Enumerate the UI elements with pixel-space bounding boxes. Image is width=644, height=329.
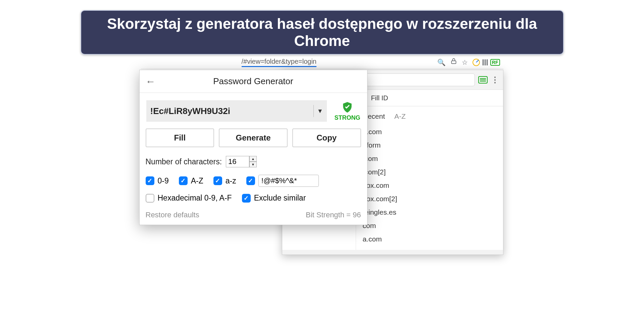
browser-toolbar: /#view=folder&type=login 🔍 ☆ RF: [141, 56, 503, 69]
list-item[interactable]: oform: [356, 139, 503, 152]
fill-button[interactable]: Fill: [146, 128, 214, 147]
roboform-extension-icon[interactable]: RF: [490, 59, 500, 66]
separator: [313, 105, 314, 117]
checkbox-checked-icon: ✓: [246, 176, 255, 185]
address-bar[interactable]: /#view=folder&type=login: [242, 58, 437, 67]
star-icon[interactable]: ☆: [462, 58, 468, 66]
list-item[interactable]: .com[2]: [356, 165, 503, 179]
checkbox-checked-icon: ✓: [146, 176, 154, 185]
generate-button[interactable]: Generate: [219, 128, 288, 147]
checkbox-checked-icon: ✓: [179, 176, 188, 185]
strength-label: STRONG: [334, 114, 360, 121]
checkbox-checked-icon: ✓: [213, 176, 222, 185]
compass-extension-icon[interactable]: [473, 59, 480, 66]
check-upper[interactable]: ✓ A-Z: [179, 176, 203, 185]
check-exclude-label: Exclude similar: [254, 194, 306, 203]
shield-check-icon: [341, 101, 354, 114]
list-item[interactable]: .com: [356, 152, 503, 165]
page-title: Password Generator: [213, 76, 293, 87]
strength-badge: STRONG: [334, 101, 360, 121]
url-text: /#view=folder&type=login: [242, 58, 316, 67]
share-icon[interactable]: [450, 58, 457, 66]
generated-password: !Ec#LiR8yWH9U32i: [150, 106, 310, 116]
stepper-down-icon[interactable]: ▼: [249, 162, 257, 167]
bit-strength-label: Bit Strength = 96: [306, 211, 361, 219]
list-item[interactable]: com: [356, 219, 503, 232]
list-item[interactable]: a.com: [356, 232, 503, 246]
num-chars-input[interactable]: [226, 156, 249, 167]
svg-rect-0: [451, 61, 456, 63]
list-item[interactable]: box.com: [356, 179, 503, 192]
login-list: e.com oform .com .com[2] box.com box.com…: [356, 125, 503, 246]
check-hexadecimal[interactable]: Hexadecimal 0-9, A-F: [146, 194, 232, 203]
check-exclude-similar[interactable]: ✓ Exclude similar: [242, 194, 306, 203]
kebab-menu-icon[interactable]: ⋮: [491, 75, 499, 85]
list-item[interactable]: teingles.es: [356, 206, 503, 219]
check-digits-label: 0-9: [158, 176, 169, 185]
restore-defaults-link[interactable]: Restore defaults: [146, 211, 199, 219]
keyboard-icon[interactable]: [478, 76, 488, 84]
copy-button[interactable]: Copy: [292, 128, 361, 147]
check-upper-label: A-Z: [191, 176, 203, 185]
symbols-input[interactable]: [258, 175, 319, 187]
check-symbols[interactable]: ✓: [246, 175, 319, 187]
check-hex-label: Hexadecimal 0-9, A-F: [158, 194, 232, 203]
reader-icon[interactable]: [485, 59, 486, 65]
check-digits[interactable]: ✓ 0-9: [146, 176, 169, 185]
search-icon[interactable]: 🔍: [437, 58, 446, 66]
list-item[interactable]: e.com: [356, 125, 503, 139]
checkbox-unchecked-icon: [146, 194, 154, 203]
back-arrow-icon[interactable]: ←: [146, 76, 156, 87]
checkbox-checked-icon: ✓: [242, 194, 251, 203]
num-chars-stepper[interactable]: ▲ ▼: [226, 156, 257, 167]
check-lower[interactable]: ✓ a-z: [213, 176, 236, 185]
stepper-up-icon[interactable]: ▲: [249, 156, 257, 162]
generated-password-box: !Ec#LiR8yWH9U32i ▼: [146, 100, 327, 122]
tab-fill-id-label: Fill ID: [371, 94, 388, 102]
sort-az[interactable]: A-Z: [394, 112, 406, 120]
password-generator-popup: ← Password Generator !Ec#LiR8yWH9U32i ▼ …: [139, 70, 367, 225]
banner-title: Skorzystaj z generatora haseł dostępnego…: [81, 10, 564, 55]
num-chars-label: Number of characters:: [146, 157, 222, 166]
chevron-down-icon[interactable]: ▼: [317, 108, 323, 115]
check-lower-label: a-z: [226, 176, 236, 185]
list-item[interactable]: box.com[2]: [356, 192, 503, 206]
